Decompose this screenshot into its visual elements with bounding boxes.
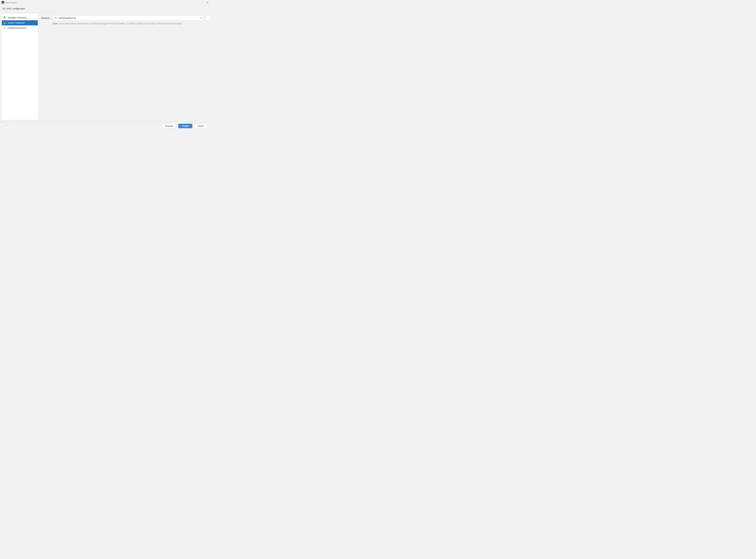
svg-text:V: V bbox=[5, 18, 6, 19]
window-title: New Target: ... bbox=[6, 1, 19, 4]
interpreter-combo[interactable]: /usr/bin/python3.8 bbox=[53, 16, 204, 21]
sidebar-item-label: Conda Environment bbox=[7, 27, 26, 29]
note-row: Note: You'll need admin permissions to i… bbox=[41, 22, 211, 25]
sidebar-item-label: Virtualenv Environm... bbox=[7, 17, 28, 19]
interpreter-row: Interpret... /usr/bin/python3.8 bbox=[41, 16, 211, 21]
svg-point-7 bbox=[4, 17, 4, 17]
svg-text:EAP: EAP bbox=[2, 3, 4, 3]
titlebar: PC EAP New Target: ... bbox=[0, 0, 211, 5]
app-icon: PC EAP bbox=[1, 1, 4, 4]
ellipsis-icon: ... bbox=[207, 17, 209, 19]
browse-button[interactable]: ... bbox=[205, 16, 210, 21]
button-label: Create bbox=[182, 125, 189, 127]
note-label: Note: bbox=[53, 22, 59, 25]
python-icon bbox=[54, 17, 57, 19]
note-text: You'll need admin permissions to install… bbox=[59, 22, 182, 25]
interpreter-label: Interpret... bbox=[41, 17, 53, 19]
button-label: Cancel bbox=[197, 125, 204, 127]
button-label: Previous bbox=[165, 125, 173, 127]
close-button[interactable] bbox=[205, 0, 210, 5]
help-icon: ? bbox=[6, 125, 8, 127]
sidebar-item-system[interactable]: System Interpreter bbox=[2, 20, 38, 25]
body: V Virtualenv Environm... System Interpre… bbox=[0, 13, 211, 121]
step-header: 3/3. WSL configuration bbox=[0, 5, 211, 12]
svg-text:PC: PC bbox=[2, 1, 3, 3]
previous-button[interactable]: Previous bbox=[162, 124, 176, 128]
footer: ? Previous Create Cancel bbox=[0, 121, 211, 130]
svg-point-14 bbox=[56, 19, 56, 19]
sidebar-item-virtualenv[interactable]: V Virtualenv Environm... bbox=[2, 15, 38, 20]
help-button[interactable]: ? bbox=[5, 124, 9, 128]
python-icon: V bbox=[3, 16, 6, 19]
svg-point-12 bbox=[4, 27, 6, 29]
cancel-button[interactable]: Cancel bbox=[194, 124, 207, 128]
sidebar-item-conda[interactable]: Conda Environment bbox=[2, 25, 38, 30]
interpreter-value: /usr/bin/python3.8 bbox=[59, 17, 200, 19]
python-icon bbox=[3, 21, 6, 24]
main-panel: Interpret... /usr/bin/python3.8 bbox=[38, 13, 211, 121]
conda-icon bbox=[3, 27, 6, 29]
chevron-down-icon bbox=[200, 17, 202, 19]
close-icon bbox=[206, 1, 208, 4]
create-button[interactable]: Create bbox=[178, 124, 192, 128]
sidebar: V Virtualenv Environm... System Interpre… bbox=[2, 14, 38, 120]
svg-point-10 bbox=[4, 22, 4, 22]
svg-point-11 bbox=[5, 24, 5, 24]
step-label: 3/3. WSL configuration bbox=[2, 7, 25, 10]
sidebar-item-label: System Interpreter bbox=[7, 22, 25, 24]
